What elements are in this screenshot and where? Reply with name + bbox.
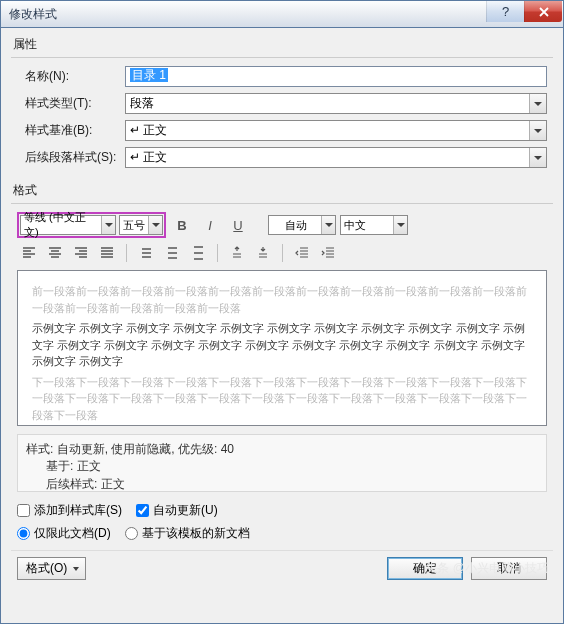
name-label: 名称(N):: [17, 68, 125, 85]
font-color-combo[interactable]: 自动: [268, 215, 336, 235]
space-before-inc-button[interactable]: [225, 242, 249, 264]
format-menu-button[interactable]: 格式(O): [17, 557, 86, 580]
line-spacing-15-button[interactable]: [160, 242, 184, 264]
scope-row: 仅限此文档(D) 基于该模板的新文档: [11, 523, 553, 550]
title-buttons: ?: [486, 1, 562, 22]
preview-box: 前一段落前一段落前一段落前一段落前一段落前一段落前一段落前一段落前一段落前一段落…: [17, 270, 547, 426]
next-style-value: ↵正文: [130, 149, 167, 166]
this-doc-radio[interactable]: 仅限此文档(D): [17, 525, 111, 542]
gallery-row: 添加到样式库(S) 自动更新(U): [11, 498, 553, 523]
based-on-combo[interactable]: ↵正文: [125, 120, 547, 141]
align-center-button[interactable]: [43, 242, 67, 264]
divider: [282, 244, 283, 262]
close-icon: [536, 4, 552, 20]
next-style-combo[interactable]: ↵正文: [125, 147, 547, 168]
auto-update-checkbox[interactable]: 自动更新(U): [136, 502, 218, 519]
indent-increase-button[interactable]: [316, 242, 340, 264]
align-right-button[interactable]: [69, 242, 93, 264]
paragraph-toolbar: [11, 242, 553, 270]
close-button[interactable]: [524, 1, 562, 22]
help-button[interactable]: ?: [486, 1, 524, 22]
name-input[interactable]: 目录 1: [125, 66, 547, 87]
preview-before: 前一段落前一段落前一段落前一段落前一段落前一段落前一段落前一段落前一段落前一段落…: [32, 283, 532, 316]
preview-after: 下一段落下一段落下一段落下一段落下一段落下一段落下一段落下一段落下一段落下一段落…: [32, 374, 532, 424]
based-on-value: ↵正文: [130, 122, 167, 139]
lang-combo[interactable]: 中文: [340, 215, 408, 235]
font-toolbar: 等线 (中文正文) 五号 B I U 自动 中文: [11, 208, 553, 242]
type-label: 样式类型(T):: [17, 95, 125, 112]
bottom-bar: 格式(O) 确定 取消: [11, 550, 553, 580]
desc-line1: 样式: 自动更新, 使用前隐藏, 优先级: 40: [26, 441, 538, 458]
font-highlight: 等线 (中文正文) 五号: [17, 212, 166, 238]
next-label: 后续段落样式(S):: [17, 149, 125, 166]
title-bar: 修改样式 ?: [0, 0, 564, 28]
desc-line2: 基于: 正文: [26, 458, 538, 475]
chevron-down-icon[interactable]: [529, 121, 546, 140]
dialog-body: 属性 名称(N): 目录 1 样式类型(T): 段落 样式基准(B): ↵正文 …: [0, 28, 564, 624]
based-label: 样式基准(B):: [17, 122, 125, 139]
bold-button[interactable]: B: [170, 214, 194, 236]
chevron-down-icon[interactable]: [529, 148, 546, 167]
italic-button[interactable]: I: [198, 214, 222, 236]
align-left-button[interactable]: [17, 242, 41, 264]
divider: [126, 244, 127, 262]
chevron-down-icon[interactable]: [393, 216, 407, 234]
font-size-combo[interactable]: 五号: [119, 215, 163, 235]
style-type-value: 段落: [130, 95, 154, 112]
chevron-down-icon[interactable]: [529, 94, 546, 113]
align-justify-button[interactable]: [95, 242, 119, 264]
chevron-down-icon[interactable]: [148, 216, 162, 234]
cancel-button[interactable]: 取消: [471, 557, 547, 580]
chevron-down-icon[interactable]: [321, 216, 335, 234]
properties-section: 名称(N): 目录 1 样式类型(T): 段落 样式基准(B): ↵正文 后续段…: [11, 57, 553, 180]
format-section: 等线 (中文正文) 五号 B I U 自动 中文: [11, 203, 553, 492]
dialog-title: 修改样式: [9, 6, 57, 23]
format-label: 格式: [11, 180, 553, 203]
divider: [217, 244, 218, 262]
properties-label: 属性: [11, 34, 553, 57]
style-description: 样式: 自动更新, 使用前隐藏, 优先级: 40 基于: 正文 后续样式: 正文: [17, 434, 547, 492]
line-spacing-2-button[interactable]: [186, 242, 210, 264]
desc-line3: 后续样式: 正文: [26, 476, 538, 493]
space-before-dec-button[interactable]: [251, 242, 275, 264]
add-to-gallery-checkbox[interactable]: 添加到样式库(S): [17, 502, 122, 519]
ok-button[interactable]: 确定: [387, 557, 463, 580]
chevron-down-icon[interactable]: [101, 216, 115, 234]
font-name-combo[interactable]: 等线 (中文正文): [20, 215, 116, 235]
line-spacing-1-button[interactable]: [134, 242, 158, 264]
indent-decrease-button[interactable]: [290, 242, 314, 264]
preview-sample: 示例文字 示例文字 示例文字 示例文字 示例文字 示例文字 示例文字 示例文字 …: [32, 320, 532, 370]
style-type-combo[interactable]: 段落: [125, 93, 547, 114]
underline-button[interactable]: U: [226, 214, 250, 236]
template-radio[interactable]: 基于该模板的新文档: [125, 525, 250, 542]
